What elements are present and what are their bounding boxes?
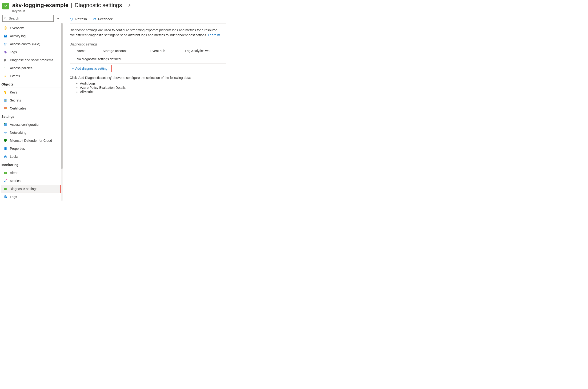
svg-rect-17 — [5, 100, 6, 101]
sidebar-item-networking[interactable]: Networking — [1, 129, 61, 137]
sidebar-item-events[interactable]: Events — [1, 72, 61, 80]
diagnostic-settings-icon — [3, 187, 7, 191]
access-control-icon — [3, 42, 7, 46]
list-item: AllMetrics — [80, 90, 226, 94]
click-description: Click 'Add Diagnostic setting' above to … — [70, 76, 226, 80]
empty-state-text: No diagnostic settings defined — [70, 55, 226, 63]
defender-icon — [3, 138, 7, 143]
sidebar-item-metrics[interactable]: Metrics — [1, 177, 61, 185]
resource-type-icon — [2, 3, 9, 9]
sidebar-item-access-policies[interactable]: Access policies — [1, 64, 61, 72]
sidebar-item-diagnostic-settings[interactable]: Diagnostic settings — [1, 185, 61, 193]
svg-point-7 — [4, 43, 5, 44]
properties-icon — [3, 146, 7, 151]
learn-more-link[interactable]: Learn m — [208, 33, 220, 37]
nav-group-settings: Settings — [0, 112, 62, 119]
feedback-icon — [92, 17, 96, 21]
keys-icon — [3, 90, 7, 95]
col-eventhub: Event hub — [143, 47, 178, 55]
col-law: Log Analytics wo — [178, 47, 226, 55]
collapse-sidebar-button[interactable]: « — [56, 16, 61, 21]
svg-rect-25 — [6, 147, 7, 150]
pin-icon[interactable] — [127, 4, 131, 8]
svg-rect-5 — [5, 35, 6, 35]
secrets-icon — [3, 98, 7, 102]
list-item: Azure Policy Evaluation Details — [80, 86, 226, 90]
svg-rect-29 — [5, 173, 5, 174]
sidebar-item-tags[interactable]: Tags — [1, 48, 61, 56]
list-item: Audit Logs — [80, 81, 226, 85]
metrics-icon — [3, 179, 7, 183]
blade-header: akv-logging-example | Diagnostic setting… — [0, 0, 318, 13]
svg-point-8 — [6, 43, 6, 44]
more-icon[interactable]: ⋯ — [135, 4, 138, 8]
logs-icon — [3, 195, 7, 199]
svg-point-38 — [93, 18, 94, 19]
page-title: Diagnostic settings — [75, 2, 122, 8]
certificates-icon — [3, 106, 7, 110]
sidebar-item-certificates[interactable]: Certificates — [1, 104, 61, 112]
sidebar-item-secrets[interactable]: Secrets — [1, 96, 61, 104]
svg-rect-37 — [6, 197, 6, 198]
events-icon — [3, 74, 7, 78]
sidebar-scrollbar[interactable] — [61, 23, 62, 201]
resource-type-label: Key vault — [12, 9, 138, 13]
svg-point-3 — [5, 28, 6, 29]
svg-point-33 — [6, 179, 7, 180]
col-name: Name — [70, 47, 95, 55]
search-input-wrap[interactable] — [2, 15, 54, 22]
sidebar-item-access-control[interactable]: Access control (IAM) — [1, 40, 61, 48]
data-types-list: Audit Logs Azure Policy Evaluation Detai… — [80, 81, 226, 94]
svg-rect-23 — [4, 147, 5, 150]
nav-group-objects: Objects — [0, 80, 62, 87]
sidebar-item-logs[interactable]: Logs — [1, 193, 61, 201]
sidebar-item-activity-log[interactable]: Activity log — [1, 32, 61, 40]
overview-icon — [3, 26, 7, 30]
svg-point-0 — [4, 17, 6, 19]
col-storage: Storage account — [95, 47, 143, 55]
activity-log-icon — [3, 34, 7, 38]
sidebar-item-locks[interactable]: Locks — [1, 153, 61, 161]
refresh-button[interactable]: Refresh — [70, 17, 87, 21]
table-row: No diagnostic settings defined — [70, 55, 226, 63]
locks-icon — [3, 155, 7, 159]
sidebar-item-properties[interactable]: Properties — [1, 145, 61, 153]
add-diagnostic-setting-button[interactable]: + Add diagnostic setting — [70, 65, 112, 72]
breadcrumb: akv-logging-example | Diagnostic setting… — [12, 2, 138, 9]
description-text: Diagnostic settings are used to configur… — [70, 28, 226, 38]
svg-point-9 — [4, 51, 5, 51]
svg-rect-15 — [5, 93, 6, 94]
access-configuration-icon — [3, 123, 7, 127]
diagnose-icon — [3, 58, 7, 62]
svg-rect-32 — [6, 180, 6, 182]
command-bar: Refresh Feedback — [70, 15, 226, 24]
svg-rect-26 — [4, 156, 6, 158]
svg-rect-31 — [5, 180, 5, 182]
sidebar-item-access-configuration[interactable]: Access configuration — [1, 121, 61, 129]
tags-icon — [3, 50, 7, 54]
svg-line-1 — [6, 19, 7, 20]
sidebar-item-diagnose-solve[interactable]: Diagnose and solve problems — [1, 56, 61, 64]
networking-icon — [3, 130, 7, 135]
svg-rect-30 — [4, 181, 5, 182]
sidebar-item-alerts[interactable]: Alerts — [1, 169, 61, 177]
svg-rect-16 — [4, 99, 6, 102]
resource-name: akv-logging-example — [12, 2, 68, 8]
diagnostic-settings-table: Name Storage account Event hub Log Analy… — [70, 47, 226, 64]
sidebar-item-defender[interactable]: Microsoft Defender for Cloud — [1, 137, 61, 145]
svg-rect-6 — [5, 36, 6, 36]
svg-rect-24 — [5, 147, 6, 150]
sidebar-item-keys[interactable]: Keys — [1, 88, 61, 96]
nav-group-monitoring: Monitoring — [0, 161, 62, 168]
svg-point-19 — [6, 108, 7, 109]
plus-icon: + — [72, 67, 74, 70]
svg-rect-28 — [5, 172, 5, 173]
sidebar: « Overview Activity log Access control (… — [0, 13, 62, 201]
search-input[interactable] — [9, 16, 52, 20]
main-content: Refresh Feedback Diagnostic settings are… — [62, 13, 226, 201]
sidebar-item-overview[interactable]: Overview — [1, 24, 61, 32]
diagnostic-settings-label: Diagnostic settings — [70, 42, 226, 46]
feedback-button[interactable]: Feedback — [92, 17, 113, 21]
refresh-icon — [70, 17, 73, 21]
search-icon — [4, 17, 7, 20]
